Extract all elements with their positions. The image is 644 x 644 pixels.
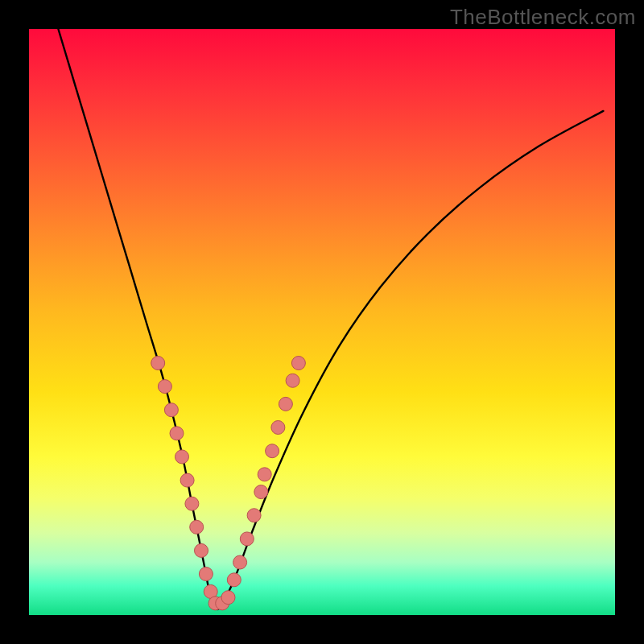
chart-frame: TheBottleneck.com (0, 0, 644, 644)
sample-dot (164, 403, 178, 417)
sample-dot (185, 497, 199, 510)
sample-dot (240, 532, 254, 546)
bottleneck-curve (58, 29, 603, 609)
sample-dot (170, 427, 184, 440)
sample-dot (247, 509, 261, 522)
sample-dot (195, 543, 208, 557)
sample-dot (254, 485, 268, 499)
sample-dot (258, 468, 271, 481)
sample-dot (286, 374, 299, 387)
sample-dots (151, 357, 306, 610)
sample-dot (266, 444, 279, 458)
sample-dot (233, 555, 247, 569)
plot-area (29, 29, 615, 615)
sample-dot (180, 473, 194, 487)
sample-dot (151, 357, 165, 370)
sample-dot (279, 397, 292, 411)
chart-svg (29, 29, 615, 615)
sample-dot (175, 450, 189, 464)
sample-dot (199, 568, 213, 581)
sample-dot (158, 380, 171, 394)
sample-dot (190, 520, 204, 534)
sample-dot (227, 573, 241, 587)
watermark-text: TheBottleneck.com (450, 5, 636, 30)
sample-dot (291, 357, 305, 370)
sample-dot (221, 591, 235, 605)
sample-dot (271, 421, 285, 435)
